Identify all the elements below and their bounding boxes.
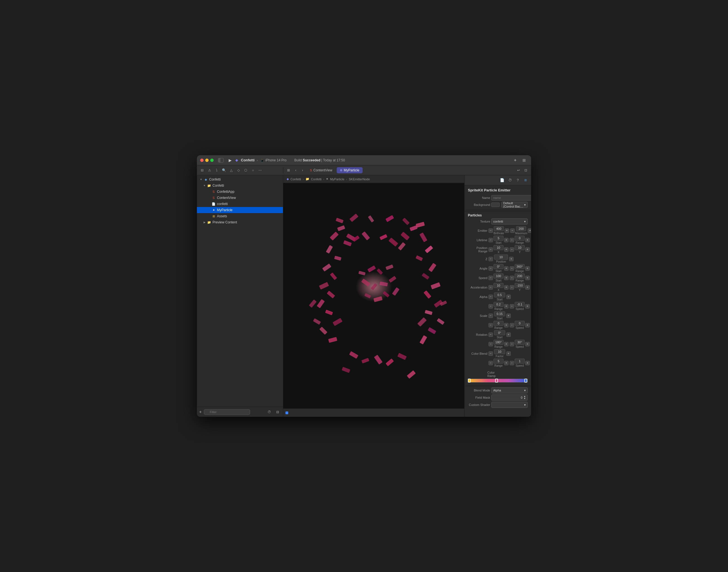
- rotation-start-minus[interactable]: −: [488, 333, 493, 337]
- z-minus[interactable]: −: [488, 257, 493, 261]
- alert-icon[interactable]: △: [228, 167, 234, 173]
- texture-dropdown[interactable]: confetti ▾: [491, 218, 528, 224]
- angle-range-minus[interactable]: −: [510, 266, 514, 271]
- attributes-inspector-icon[interactable]: ≡: [522, 177, 529, 183]
- tree-item-myparticle[interactable]: ✦ MyParticle: [197, 207, 283, 213]
- alpha-speed-minus[interactable]: −: [510, 304, 514, 308]
- filter-input[interactable]: [204, 409, 250, 415]
- z-plus[interactable]: +: [509, 257, 513, 261]
- angle-start-minus[interactable]: −: [488, 266, 493, 271]
- warning-icon[interactable]: ⚠: [206, 167, 213, 173]
- lt-range-plus[interactable]: +: [525, 238, 530, 242]
- history-icon[interactable]: ⏱: [506, 177, 513, 183]
- birthrate-minus[interactable]: −: [488, 228, 493, 233]
- name-input[interactable]: [491, 195, 531, 201]
- alpha-speed-plus[interactable]: +: [525, 304, 530, 308]
- angle-range-plus[interactable]: +: [525, 266, 530, 271]
- tree-item-confettiapp[interactable]: S ConfettiApp: [197, 189, 283, 195]
- rotation-range-plus[interactable]: +: [504, 342, 508, 346]
- speed-start-plus[interactable]: +: [504, 276, 508, 280]
- forward-button[interactable]: ›: [299, 167, 306, 173]
- lt-start-plus[interactable]: +: [504, 238, 508, 242]
- alpha-start-minus[interactable]: −: [488, 295, 493, 299]
- accel-y-plus[interactable]: +: [525, 285, 530, 290]
- run-button[interactable]: ▶: [227, 157, 233, 163]
- alpha-range-minus[interactable]: −: [488, 304, 493, 308]
- scale-start-plus[interactable]: +: [506, 313, 511, 318]
- toggle-preview[interactable]: ▶: [202, 220, 206, 224]
- close-button[interactable]: [200, 159, 203, 162]
- file-inspector-icon[interactable]: 📄: [499, 177, 505, 183]
- blend-mode-dropdown[interactable]: Alpha ▾: [491, 387, 528, 394]
- add-file-button[interactable]: +: [199, 410, 202, 415]
- search-icon[interactable]: 🔍: [221, 167, 227, 173]
- angle-start-plus[interactable]: +: [504, 266, 508, 271]
- minimize-button[interactable]: [205, 159, 208, 162]
- maximum-minus[interactable]: −: [510, 228, 515, 233]
- cb-factor-minus[interactable]: −: [488, 351, 493, 356]
- pos-y-plus[interactable]: +: [525, 247, 530, 252]
- maximize-button[interactable]: [210, 159, 214, 162]
- rotation-speed-plus[interactable]: +: [525, 342, 530, 346]
- scale-start-minus[interactable]: −: [488, 313, 493, 318]
- cb-factor-plus[interactable]: +: [506, 351, 511, 356]
- scale-range-minus[interactable]: −: [488, 323, 493, 328]
- speed-start-minus[interactable]: −: [488, 276, 493, 280]
- birthrate-plus[interactable]: +: [505, 228, 509, 233]
- tree-item-confetti-root[interactable]: ▼ ◆ Confetti: [197, 176, 283, 183]
- cb-speed-minus[interactable]: −: [510, 361, 514, 365]
- diamond-icon[interactable]: ◇: [235, 167, 241, 173]
- field-mask-input[interactable]: 0 ▲▼: [491, 395, 528, 401]
- scale-range-plus[interactable]: +: [504, 323, 508, 328]
- pos-x-minus[interactable]: −: [488, 247, 493, 252]
- color-stop-2[interactable]: [495, 379, 498, 382]
- back-button[interactable]: ‹: [293, 167, 299, 173]
- branch-icon[interactable]: ⤵: [214, 167, 220, 173]
- accel-x-minus[interactable]: −: [488, 285, 493, 290]
- tree-item-preview-content[interactable]: ▶ 📁 Preview Content: [197, 219, 283, 225]
- sidebar-toggle-button[interactable]: [218, 158, 224, 162]
- speed-range-minus[interactable]: −: [510, 276, 514, 280]
- tree-item-contentview[interactable]: S ContentView: [197, 195, 283, 201]
- pos-x-plus[interactable]: +: [504, 247, 508, 252]
- tree-item-assets[interactable]: ⊞ Assets: [197, 213, 283, 219]
- grid-icon[interactable]: ⊞: [286, 167, 292, 173]
- cb-range-plus[interactable]: +: [504, 361, 508, 365]
- recent-files-icon[interactable]: ⏱: [266, 409, 272, 415]
- tree-item-confetti-group[interactable]: ▼ 📁 Confetti: [197, 183, 283, 189]
- scale-speed-plus[interactable]: +: [525, 323, 530, 328]
- tree-item-confetti-file[interactable]: 📄 confetti: [197, 201, 283, 207]
- myparticle-tab[interactable]: MyParticle: [337, 167, 363, 173]
- cb-range-minus[interactable]: −: [488, 361, 493, 365]
- shapes-icon[interactable]: ⬡: [243, 167, 249, 173]
- speed-range-plus[interactable]: +: [525, 276, 530, 280]
- color-stop-1[interactable]: [468, 379, 471, 382]
- help-icon[interactable]: ?: [514, 177, 521, 183]
- accel-x-plus[interactable]: +: [504, 285, 508, 290]
- more-icon[interactable]: ⋯: [257, 167, 263, 173]
- add-button[interactable]: +: [512, 157, 518, 163]
- background-dropdown[interactable]: Default (Control Bac… ▾: [501, 202, 528, 208]
- rotation-speed-minus[interactable]: −: [510, 342, 514, 346]
- custom-shader-dropdown[interactable]: ▾: [491, 402, 528, 408]
- ellipse-icon[interactable]: ○: [250, 167, 256, 173]
- color-ramp-bar[interactable]: [468, 379, 528, 382]
- accel-y-minus[interactable]: −: [510, 285, 514, 290]
- contentview-tab[interactable]: S ContentView: [307, 167, 336, 173]
- pos-y-minus[interactable]: −: [510, 247, 514, 252]
- cb-speed-plus[interactable]: +: [525, 361, 530, 365]
- hierarchy-icon[interactable]: ⊟: [199, 167, 205, 173]
- split-view-icon[interactable]: ⊡: [523, 167, 529, 173]
- alpha-range-plus[interactable]: +: [504, 304, 508, 308]
- toggle-confetti-root[interactable]: ▼: [199, 177, 203, 182]
- rotation-range-minus[interactable]: −: [488, 342, 493, 346]
- back-nav-icon[interactable]: ↩: [515, 167, 522, 173]
- scale-speed-minus[interactable]: −: [510, 323, 514, 328]
- hierarchy-view-icon[interactable]: ⊟: [275, 409, 281, 415]
- maximum-plus[interactable]: +: [528, 228, 531, 233]
- toggle-confetti-group[interactable]: ▼: [202, 184, 206, 188]
- layout-toggle-icon[interactable]: ⊞: [521, 157, 528, 163]
- lt-range-minus[interactable]: −: [510, 238, 514, 242]
- lt-start-minus[interactable]: −: [488, 238, 493, 242]
- alpha-start-plus[interactable]: +: [506, 295, 511, 299]
